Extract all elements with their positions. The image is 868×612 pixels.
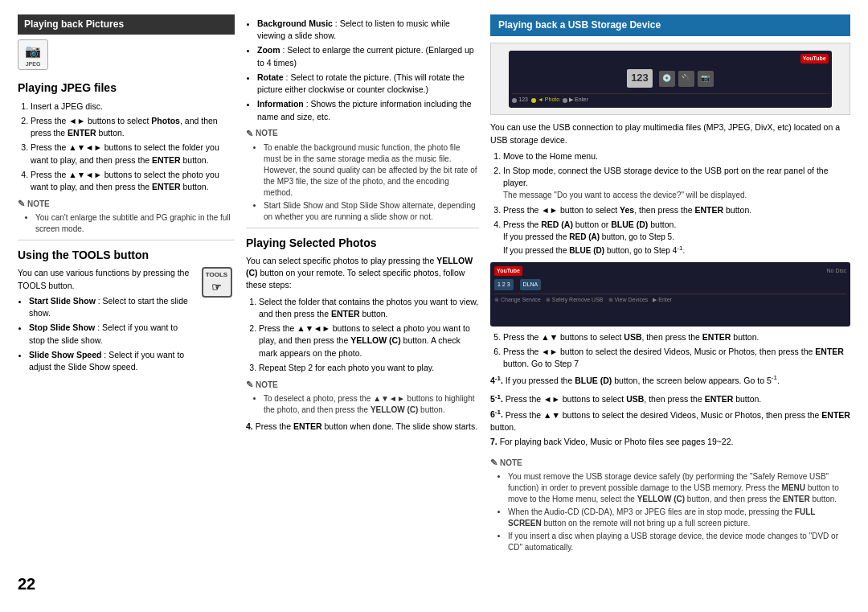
- usb-step-3: Press the ◄► button to select Yes, then …: [503, 204, 850, 216]
- usb-step-1: Move to the Home menu.: [503, 150, 850, 162]
- col2-note2-box: NOTE To deselect a photo, press the ▲▼◄►…: [246, 379, 479, 416]
- device-screen-top: YouTube 123 💿 🔌 📷 123: [509, 51, 831, 107]
- col2-note2-label: NOTE: [246, 379, 479, 392]
- jpeg-step-1: Insert a JPEG disc.: [31, 101, 235, 113]
- selected-photos-intro: You can select specific photos to play p…: [246, 255, 479, 292]
- selected-steps-list: Select the folder that contains the phot…: [246, 296, 479, 374]
- usb-menu-dlna: DLNA: [520, 279, 542, 290]
- jpeg-step-4: Press the ▲▼◄► buttons to select the pho…: [31, 169, 235, 193]
- jpeg-step-2: Press the ◄► buttons to select Photos, a…: [31, 115, 235, 139]
- tools-bullets-list: Start Slide Show : Select to start the s…: [18, 295, 190, 373]
- stop-slideshow-item: Stop Slide Show : Select if you want to …: [29, 322, 190, 346]
- selected-photos-title: Playing Selected Photos: [246, 235, 479, 251]
- usb-steps-list: Move to the Home menu. In Stop mode, con…: [490, 150, 850, 257]
- usb-note-item-2: When the Audio-CD (CD-DA), MP3 or JPEG f…: [508, 507, 850, 529]
- usb-screen-top-bar: YouTube No Disc: [494, 266, 846, 276]
- tools-intro: You can use various functions by pressin…: [18, 267, 190, 291]
- usb-step-2: In Stop mode, connect the USB storage de…: [503, 165, 850, 202]
- jpeg-files-title: Playing JPEG files: [18, 80, 235, 96]
- zoom-item: Zoom : Select to enlarge the current pic…: [257, 44, 479, 68]
- step-41: 4-1. If you pressed the BLUE (D) button,…: [490, 373, 850, 387]
- right-steps-text: 5-1. Press the ◄► buttons to select USB,…: [490, 392, 850, 452]
- disc-icon-box: 💿: [659, 71, 675, 87]
- col2-note1-box: NOTE To enable the background music func…: [246, 128, 479, 223]
- tools-icon-area: TOOLS ☞: [199, 267, 235, 376]
- usb-menu-row: 1 2 3 DLNA: [494, 279, 846, 290]
- bottom-bar-enter: ▶ Enter: [563, 96, 588, 104]
- column-3: Playing back a USB Storage Device YouTub…: [490, 14, 850, 558]
- col2-note2-content: To deselect a photo, press the ▲▼◄► butt…: [246, 393, 479, 416]
- col2-note1-item2: Start Slide Show and Stop Slide Show alt…: [264, 200, 479, 223]
- usb-note-box: NOTE You must remove the USB storage dev…: [490, 457, 850, 553]
- col2-bullets-list: Background Music : Select to listen to m…: [246, 18, 479, 123]
- page-number: 22: [18, 573, 850, 596]
- usb-intro: You can use the USB connection to play m…: [490, 121, 850, 146]
- selected-step-3: Repeat Step 2 for each photo you want to…: [259, 362, 479, 374]
- step-61: 6-1. Press the ▲▼ buttons to select the …: [490, 408, 850, 433]
- usb-steps-continued: Press the ▲▼ buttons to select USB, then…: [490, 331, 850, 371]
- selected-step-1: Select the folder that contains the phot…: [259, 296, 479, 320]
- if-blue: If you pressed the BLUE (D) button, go t…: [503, 246, 685, 255]
- jpeg-note-box: NOTE You can't enlarge the subtitle and …: [18, 198, 235, 235]
- usb-youtube-badge: YouTube: [494, 266, 522, 276]
- bottom-bar-123: 123: [512, 96, 528, 104]
- device-image-top: YouTube 123 💿 🔌 📷 123: [490, 43, 850, 115]
- usb-menu-123: 1 2 3: [494, 279, 514, 290]
- tools-section: You can use various functions by pressin…: [18, 267, 235, 376]
- slideshow-speed-item: Slide Show Speed : Select if you want to…: [29, 349, 190, 373]
- col2-note1-item1: To enable the background music function,…: [264, 142, 479, 199]
- tools-text: You can use various functions by pressin…: [18, 267, 190, 376]
- youtube-badge: YouTube: [800, 54, 829, 64]
- jpeg-note-content: You can't enlarge the subtitle and PG gr…: [18, 212, 235, 235]
- usb-step-5: Press the ▲▼ buttons to select USB, then…: [503, 331, 850, 343]
- col2-note1-content: To enable the background music function,…: [246, 142, 479, 223]
- jpeg-step-3: Press the ▲▼◄► buttons to select the fol…: [31, 142, 235, 166]
- usb-bottom-3: ⊚ View Devices: [608, 296, 649, 304]
- camera-icon-box: 📷: [698, 71, 714, 87]
- rotate-item: Rotate : Select to rotate the picture. (…: [257, 72, 479, 96]
- column-1: Playing back Pictures 📷 JPEG Playing JPE…: [18, 14, 235, 558]
- right-steps-section: 5-1. Press the ◄► buttons to select USB,…: [490, 392, 850, 452]
- usb-no-disc: No Disc: [826, 267, 846, 275]
- step-51: 5-1. Press the ◄► buttons to select USB,…: [490, 392, 850, 405]
- usb-step-4: Press the RED (A) button or BLUE (D) but…: [503, 219, 850, 257]
- main-content-row: Playing back Pictures 📷 JPEG Playing JPE…: [18, 14, 850, 558]
- device-icons-right: 💿 🔌 📷: [659, 71, 714, 87]
- screen-mid: 123 💿 🔌 📷: [512, 64, 828, 93]
- number-badge: 123: [627, 69, 653, 88]
- if-red: If you pressed the RED (A) button, go to…: [503, 232, 674, 241]
- usb-device-header: Playing back a USB Storage Device: [490, 14, 850, 36]
- usb-bottom-1: ⊚ Change Service: [494, 296, 541, 304]
- step-7: 7. For playing back Video, Music or Phot…: [490, 436, 850, 448]
- usb-note-label: NOTE: [490, 457, 850, 470]
- col2-note1-label: NOTE: [246, 128, 479, 141]
- camera-icon: 📷: [25, 42, 41, 60]
- usb-icon-box: 🔌: [678, 71, 694, 87]
- tools-icon-label: TOOLS: [206, 270, 227, 280]
- usb-step-6: Press the ◄► button to select the desire…: [503, 346, 850, 370]
- information-item: Information : Shows the picture informat…: [257, 98, 479, 122]
- final-step: 4. Press the ENTER button when done. The…: [246, 421, 479, 433]
- usb-screen-image: YouTube No Disc 1 2 3 DLNA ⊚ Change Serv…: [490, 262, 850, 327]
- jpeg-steps-list: Insert a JPEG disc. Press the ◄► buttons…: [18, 101, 235, 194]
- start-slideshow-item: Start Slide Show : Select to start the s…: [29, 295, 190, 319]
- dot-1: [512, 98, 517, 103]
- usb-screen-bottom-bar: ⊚ Change Service ⊚ Safely Remove USB ⊚ V…: [494, 294, 846, 304]
- jpeg-note-item-1: You can't enlarge the subtitle and PG gr…: [35, 212, 235, 235]
- usb-note-content: You must remove the USB storage device s…: [490, 471, 850, 553]
- page-container: Playing back Pictures 📷 JPEG Playing JPE…: [18, 14, 850, 599]
- screen-bottom-bar: 123 ◄ Photo ▶ Enter: [512, 93, 828, 104]
- usb-note-item-3: If you insert a disc when playing a USB …: [508, 531, 850, 553]
- jpeg-note-label: NOTE: [18, 198, 235, 211]
- usb-bottom-4: ▶ Enter: [653, 296, 672, 304]
- selected-step-2: Press the ▲▼◄► buttons to select a photo…: [259, 322, 479, 359]
- dot-2: [531, 98, 536, 103]
- tools-icon-box: TOOLS ☞: [202, 267, 232, 298]
- jpeg-icon: 📷 JPEG: [18, 39, 48, 70]
- playing-back-pictures-header: Playing back Pictures: [18, 14, 235, 35]
- usb-note-item-1: You must remove the USB storage device s…: [508, 471, 850, 505]
- column-2: Background Music : Select to listen to m…: [246, 14, 479, 558]
- jpeg-label: JPEG: [26, 60, 41, 68]
- bottom-label-2: ◄ Photo: [538, 96, 559, 104]
- usb-msg-display: The message "Do you want to access the d…: [503, 191, 747, 199]
